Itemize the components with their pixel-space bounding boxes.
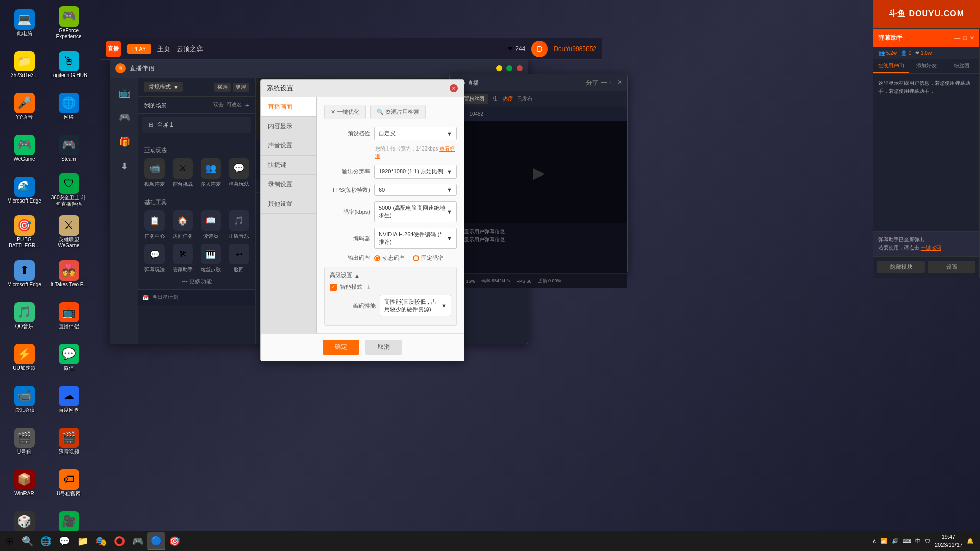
icon-steam[interactable]: 🎮 Steam bbox=[47, 128, 90, 169]
cancel-btn[interactable]: 取消 bbox=[365, 340, 402, 355]
viewer-share-btn[interactable]: 分享 bbox=[586, 79, 598, 87]
icon-yy[interactable]: 🎤 YY语音 bbox=[3, 86, 46, 127]
icon-network[interactable]: 🌐 网络 bbox=[47, 86, 90, 127]
viewer-max-btn[interactable]: □ bbox=[610, 79, 614, 87]
icon-winrar[interactable]: 📦 WinRAR bbox=[3, 463, 46, 504]
explorer-taskbar-btn[interactable]: 📁 bbox=[74, 532, 92, 550]
play-btn[interactable]: PLAY bbox=[127, 44, 151, 54]
danmu-tab-fans[interactable]: 粉丝团 bbox=[944, 59, 979, 73]
tool-liaoyin[interactable]: 🎹 粒丝点歌 bbox=[199, 244, 223, 273]
icon-qqmusic[interactable]: 🎵 QQ音乐 bbox=[3, 295, 46, 336]
nav-download[interactable]: ⬇ bbox=[113, 155, 136, 178]
wechat-taskbar-btn[interactable]: 💬 bbox=[55, 532, 74, 550]
target-taskbar-btn[interactable]: 🎯 bbox=[165, 532, 184, 550]
notification-btn[interactable]: 🔔 bbox=[967, 538, 974, 544]
smart-mode-checkbox[interactable]: ✓ bbox=[330, 284, 337, 291]
task-icon: 📋 bbox=[144, 210, 165, 231]
icon-anchor[interactable]: 📺 直播伴侣 bbox=[47, 295, 90, 336]
start-btn[interactable]: ⊞ bbox=[0, 532, 18, 550]
danmu-settings-btn[interactable]: 设置 bbox=[928, 261, 975, 273]
broadcast-taskbar-btn[interactable]: 🔵 bbox=[147, 532, 165, 550]
tool-music[interactable]: 🎵 正版音乐 bbox=[227, 210, 251, 240]
icon-geforce[interactable]: 🎮 GeForce Experience bbox=[47, 3, 90, 43]
edge-taskbar-btn[interactable]: 🌐 bbox=[37, 532, 55, 550]
icon-folder[interactable]: 📁 3523d1e3... bbox=[3, 44, 46, 85]
icon-pubg[interactable]: 🎯 PUBG BATTLEGR... bbox=[3, 212, 46, 253]
resource-btn[interactable]: 🔍 资源占用检索 bbox=[370, 105, 426, 119]
interact-danmu[interactable]: 💬 弹幕玩法 bbox=[227, 158, 251, 188]
icon-360[interactable]: 🛡 360安全卫士 斗鱼直播伴侣 bbox=[47, 170, 90, 211]
theater-taskbar-btn[interactable]: 🎭 bbox=[92, 532, 110, 550]
tool-back[interactable]: ↩ 驳回 bbox=[227, 244, 251, 273]
preset-select[interactable]: 自定义 ▼ bbox=[374, 127, 457, 140]
fps-select[interactable]: 60 ▼ bbox=[374, 184, 457, 196]
icon-weixin[interactable]: 💬 微信 bbox=[47, 337, 90, 378]
icon-uuu[interactable]: ⚡ UU加速器 bbox=[3, 337, 46, 378]
change-code-link[interactable]: 一键改码 bbox=[921, 245, 941, 251]
search-taskbar-btn[interactable]: 🔍 bbox=[18, 532, 37, 550]
double-click-btn[interactable]: 双击 bbox=[213, 101, 224, 109]
interact-pk[interactable]: ⚔ 擂台挑战 bbox=[170, 158, 194, 188]
encoder-select[interactable]: NVIDIA H.264硬件编码 (*推荐) ▼ bbox=[374, 228, 457, 249]
settings-tab-content[interactable]: 内容显示 bbox=[261, 117, 316, 136]
bitrate-select[interactable]: 5000 (高配电脑高网速绝地求生) ▼ bbox=[374, 201, 457, 222]
nav-scene[interactable]: 📺 bbox=[113, 82, 136, 104]
resolution-select[interactable]: 980*551 (1:1) 原始比例 ▼ bbox=[374, 165, 457, 179]
icon-xunlei[interactable]: 🎬 迅雷视频 bbox=[47, 421, 90, 462]
maximize-btn[interactable] bbox=[506, 65, 512, 71]
settings-tab-hotkey[interactable]: 快捷键 bbox=[261, 156, 316, 175]
settings-tab-live-screen[interactable]: 直播画面 bbox=[261, 97, 316, 117]
danmu-close-btn[interactable]: ✕ bbox=[970, 35, 974, 41]
nav-interact[interactable]: 🎮 bbox=[113, 106, 136, 129]
settings-close-btn[interactable]: ✕ bbox=[450, 84, 458, 92]
danmu-min-btn[interactable]: — bbox=[954, 35, 960, 41]
icon-tengxun[interactable]: 📹 腾讯会议 bbox=[3, 379, 46, 420]
game-taskbar-btn[interactable]: 🎮 bbox=[129, 532, 147, 550]
settings-tab-other[interactable]: 其他设置 bbox=[261, 194, 316, 214]
fixed-bitrate-radio[interactable]: 固定码率 bbox=[413, 254, 444, 262]
settings-tab-record[interactable]: 录制设置 bbox=[261, 175, 316, 194]
interact-video[interactable]: 📹 视频连麦 bbox=[142, 158, 166, 188]
close-broadcast-btn[interactable] bbox=[517, 65, 523, 71]
tool-manager[interactable]: 🛠 管家助手 bbox=[170, 244, 194, 273]
nav-gift[interactable]: 🎁 bbox=[113, 131, 136, 153]
tool-task[interactable]: 📋 任务中心 bbox=[142, 210, 166, 240]
icon-baidu[interactable]: ☁ 百度网盘 bbox=[47, 379, 90, 420]
confirm-btn[interactable]: 确定 bbox=[323, 340, 359, 355]
danmu-tab-friends[interactable]: 添加好友 bbox=[909, 59, 944, 73]
icon-logitech[interactable]: 🖱 Logitech G HUB bbox=[47, 44, 90, 85]
portrait-btn[interactable]: 竖屏 bbox=[233, 83, 249, 92]
icon-uu9[interactable]: 🏷 U号租官网 bbox=[47, 463, 90, 504]
performance-select[interactable]: 高性能(画质较低，占用较少的硬件资源) ▼ bbox=[380, 295, 451, 316]
danmu-tab-online[interactable]: 在线用户(1) bbox=[873, 59, 909, 73]
interact-multi[interactable]: 👥 多人连麦 bbox=[199, 158, 223, 188]
icon-umei[interactable]: 🎬 U号租 bbox=[3, 421, 46, 462]
circle-taskbar-btn[interactable]: ⭕ bbox=[110, 532, 129, 550]
icon-lol[interactable]: ⚔ 英雄联盟 WeGame bbox=[47, 212, 90, 253]
add-btn[interactable]: + bbox=[245, 101, 249, 109]
icon-microsoft-edge[interactable]: 🌊 Microsoft Edge bbox=[3, 170, 46, 211]
tool-danmu2[interactable]: 💬 弹幕玩法 bbox=[142, 244, 166, 273]
viewer-close-btn[interactable]: ✕ bbox=[617, 79, 622, 87]
danmu-max-btn[interactable]: □ bbox=[963, 35, 967, 41]
settings-tab-audio[interactable]: 声音设置 bbox=[261, 136, 316, 156]
scene-item-fullscreen[interactable]: ⊞ 全屏 1 bbox=[142, 117, 251, 133]
tray-arrow[interactable]: ∧ bbox=[872, 538, 876, 544]
minimize-btn[interactable] bbox=[496, 65, 502, 71]
main-nav-link[interactable]: 主页 bbox=[157, 44, 170, 54]
icon-computer[interactable]: 💻 此电脑 bbox=[3, 3, 46, 43]
icon-only-up[interactable]: ⬆ Microsoft Edge bbox=[3, 254, 46, 294]
more-tools-btn[interactable]: ••• 更多功能 bbox=[138, 273, 255, 289]
hide-module-btn[interactable]: 隐藏模块 bbox=[877, 261, 925, 273]
one-key-btn[interactable]: ✕ 一键优化 bbox=[324, 105, 366, 119]
icon-it-takes-two[interactable]: 💑 It Takes Two F... bbox=[47, 254, 90, 294]
tool-room[interactable]: 🏠 房间任务 bbox=[170, 210, 194, 240]
icon-wegame[interactable]: 🎮 WeGame bbox=[3, 128, 46, 169]
scene-mode-btn[interactable]: 常规模式 ▼ bbox=[144, 82, 183, 92]
tool-reading[interactable]: 📖 读诗员 bbox=[199, 210, 223, 240]
viewer-min-btn[interactable]: — bbox=[601, 79, 607, 87]
landscape-btn[interactable]: 横屏 bbox=[214, 83, 231, 92]
rename-btn[interactable]: 可改名 bbox=[227, 101, 242, 109]
dynamic-bitrate-radio[interactable]: 动态码率 bbox=[374, 254, 405, 262]
yunding-nav-link[interactable]: 云顶之弈 bbox=[177, 44, 203, 54]
